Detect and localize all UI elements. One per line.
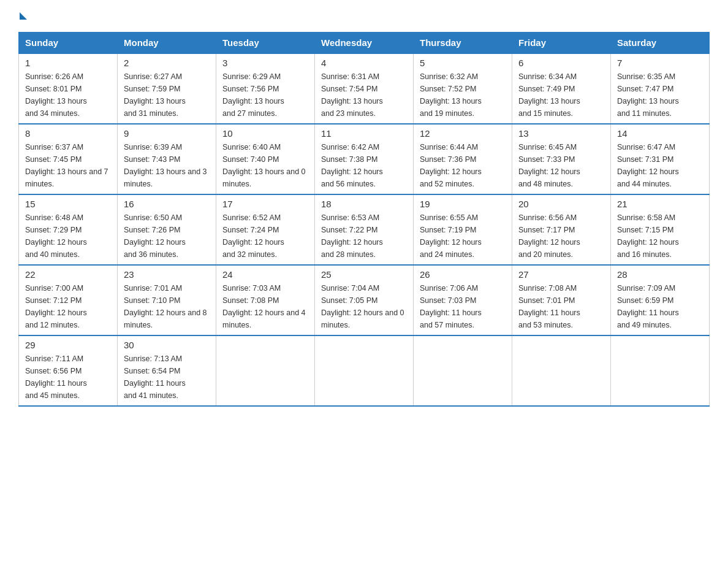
day-number: 19 <box>420 199 506 209</box>
day-info: Sunrise: 7:09 AMSunset: 6:59 PMDaylight:… <box>617 282 703 331</box>
day-number: 17 <box>222 199 308 209</box>
day-info: Sunrise: 6:50 AMSunset: 7:26 PMDaylight:… <box>124 212 210 261</box>
header-tuesday: Tuesday <box>216 33 315 54</box>
calendar-week-row: 8Sunrise: 6:37 AMSunset: 7:45 PMDaylight… <box>19 124 710 194</box>
day-info: Sunrise: 6:42 AMSunset: 7:38 PMDaylight:… <box>321 141 407 190</box>
calendar-cell: 11Sunrise: 6:42 AMSunset: 7:38 PMDayligh… <box>315 124 414 194</box>
day-info: Sunrise: 6:37 AMSunset: 7:45 PMDaylight:… <box>25 141 111 190</box>
calendar-cell: 13Sunrise: 6:45 AMSunset: 7:33 PMDayligh… <box>512 124 611 194</box>
header-saturday: Saturday <box>611 33 710 54</box>
day-number: 9 <box>124 128 210 139</box>
header-thursday: Thursday <box>414 33 512 54</box>
calendar-cell: 25Sunrise: 7:04 AMSunset: 7:05 PMDayligh… <box>315 265 414 335</box>
calendar-cell <box>512 335 611 406</box>
calendar-cell: 21Sunrise: 6:58 AMSunset: 7:15 PMDayligh… <box>611 194 710 265</box>
day-number: 25 <box>321 269 407 280</box>
day-number: 20 <box>518 199 604 209</box>
calendar-cell: 17Sunrise: 6:52 AMSunset: 7:24 PMDayligh… <box>216 194 315 265</box>
day-number: 16 <box>124 199 210 209</box>
calendar-week-row: 29Sunrise: 7:11 AMSunset: 6:56 PMDayligh… <box>19 335 710 406</box>
day-info: Sunrise: 6:29 AMSunset: 7:56 PMDaylight:… <box>222 71 308 120</box>
day-info: Sunrise: 6:27 AMSunset: 7:59 PMDaylight:… <box>124 71 210 120</box>
day-info: Sunrise: 6:47 AMSunset: 7:31 PMDaylight:… <box>617 141 703 190</box>
calendar-cell: 12Sunrise: 6:44 AMSunset: 7:36 PMDayligh… <box>414 124 512 194</box>
calendar-cell: 2Sunrise: 6:27 AMSunset: 7:59 PMDaylight… <box>118 53 216 124</box>
day-number: 14 <box>617 128 703 139</box>
day-info: Sunrise: 6:55 AMSunset: 7:19 PMDaylight:… <box>420 212 506 261</box>
day-info: Sunrise: 6:26 AMSunset: 8:01 PMDaylight:… <box>25 71 111 120</box>
day-number: 27 <box>518 269 604 280</box>
calendar-cell <box>216 335 315 406</box>
header-monday: Monday <box>118 33 216 54</box>
day-number: 18 <box>321 199 407 209</box>
day-number: 7 <box>617 58 703 68</box>
calendar-cell: 1Sunrise: 6:26 AMSunset: 8:01 PMDaylight… <box>19 53 118 124</box>
calendar-cell: 7Sunrise: 6:35 AMSunset: 7:47 PMDaylight… <box>611 53 710 124</box>
day-number: 11 <box>321 128 407 139</box>
calendar-week-row: 15Sunrise: 6:48 AMSunset: 7:29 PMDayligh… <box>19 194 710 265</box>
calendar-cell: 19Sunrise: 6:55 AMSunset: 7:19 PMDayligh… <box>414 194 512 265</box>
calendar-cell: 29Sunrise: 7:11 AMSunset: 6:56 PMDayligh… <box>19 335 118 406</box>
day-number: 26 <box>420 269 506 280</box>
calendar-cell: 3Sunrise: 6:29 AMSunset: 7:56 PMDaylight… <box>216 53 315 124</box>
day-info: Sunrise: 6:44 AMSunset: 7:36 PMDaylight:… <box>420 141 506 190</box>
day-info: Sunrise: 6:40 AMSunset: 7:40 PMDaylight:… <box>222 141 308 190</box>
day-info: Sunrise: 6:48 AMSunset: 7:29 PMDaylight:… <box>25 212 111 261</box>
day-info: Sunrise: 7:06 AMSunset: 7:03 PMDaylight:… <box>420 282 506 331</box>
calendar-cell: 20Sunrise: 6:56 AMSunset: 7:17 PMDayligh… <box>512 194 611 265</box>
header-sunday: Sunday <box>19 33 118 54</box>
calendar-cell: 28Sunrise: 7:09 AMSunset: 6:59 PMDayligh… <box>611 265 710 335</box>
day-number: 8 <box>25 128 111 139</box>
day-info: Sunrise: 7:01 AMSunset: 7:10 PMDaylight:… <box>124 282 210 331</box>
day-info: Sunrise: 7:03 AMSunset: 7:08 PMDaylight:… <box>222 282 308 331</box>
header-wednesday: Wednesday <box>315 33 414 54</box>
calendar-cell <box>315 335 414 406</box>
day-number: 1 <box>25 58 111 68</box>
day-number: 15 <box>25 199 111 209</box>
calendar-cell: 16Sunrise: 6:50 AMSunset: 7:26 PMDayligh… <box>118 194 216 265</box>
calendar-week-row: 22Sunrise: 7:00 AMSunset: 7:12 PMDayligh… <box>19 265 710 335</box>
day-info: Sunrise: 6:34 AMSunset: 7:49 PMDaylight:… <box>518 71 604 120</box>
calendar-cell: 30Sunrise: 7:13 AMSunset: 6:54 PMDayligh… <box>118 335 216 406</box>
header-friday: Friday <box>512 33 611 54</box>
calendar-cell <box>611 335 710 406</box>
day-number: 13 <box>518 128 604 139</box>
day-number: 24 <box>222 269 308 280</box>
day-number: 2 <box>124 58 210 68</box>
day-info: Sunrise: 6:56 AMSunset: 7:17 PMDaylight:… <box>518 212 604 261</box>
day-info: Sunrise: 6:32 AMSunset: 7:52 PMDaylight:… <box>420 71 506 120</box>
calendar-table: SundayMondayTuesdayWednesdayThursdayFrid… <box>18 32 710 407</box>
day-info: Sunrise: 6:53 AMSunset: 7:22 PMDaylight:… <box>321 212 407 261</box>
calendar-cell <box>414 335 512 406</box>
day-number: 5 <box>420 58 506 68</box>
calendar-cell: 26Sunrise: 7:06 AMSunset: 7:03 PMDayligh… <box>414 265 512 335</box>
calendar-cell: 23Sunrise: 7:01 AMSunset: 7:10 PMDayligh… <box>118 265 216 335</box>
day-number: 3 <box>222 58 308 68</box>
day-info: Sunrise: 7:11 AMSunset: 6:56 PMDaylight:… <box>25 353 111 402</box>
day-info: Sunrise: 6:58 AMSunset: 7:15 PMDaylight:… <box>617 212 703 261</box>
day-number: 30 <box>124 340 210 350</box>
day-number: 12 <box>420 128 506 139</box>
calendar-cell: 27Sunrise: 7:08 AMSunset: 7:01 PMDayligh… <box>512 265 611 335</box>
calendar-cell: 6Sunrise: 6:34 AMSunset: 7:49 PMDaylight… <box>512 53 611 124</box>
day-info: Sunrise: 6:35 AMSunset: 7:47 PMDaylight:… <box>617 71 703 120</box>
day-number: 28 <box>617 269 703 280</box>
day-number: 23 <box>124 269 210 280</box>
calendar-cell: 14Sunrise: 6:47 AMSunset: 7:31 PMDayligh… <box>611 124 710 194</box>
calendar-cell: 5Sunrise: 6:32 AMSunset: 7:52 PMDaylight… <box>414 53 512 124</box>
day-info: Sunrise: 6:39 AMSunset: 7:43 PMDaylight:… <box>124 141 210 190</box>
day-info: Sunrise: 7:13 AMSunset: 6:54 PMDaylight:… <box>124 353 210 402</box>
day-number: 4 <box>321 58 407 68</box>
day-info: Sunrise: 7:08 AMSunset: 7:01 PMDaylight:… <box>518 282 604 331</box>
page-header <box>18 12 710 20</box>
day-info: Sunrise: 6:45 AMSunset: 7:33 PMDaylight:… <box>518 141 604 190</box>
day-number: 29 <box>25 340 111 350</box>
logo-triangle-icon <box>20 12 27 20</box>
calendar-cell: 10Sunrise: 6:40 AMSunset: 7:40 PMDayligh… <box>216 124 315 194</box>
day-info: Sunrise: 7:00 AMSunset: 7:12 PMDaylight:… <box>25 282 111 331</box>
calendar-cell: 9Sunrise: 6:39 AMSunset: 7:43 PMDaylight… <box>118 124 216 194</box>
calendar-header-row: SundayMondayTuesdayWednesdayThursdayFrid… <box>19 33 710 54</box>
calendar-cell: 15Sunrise: 6:48 AMSunset: 7:29 PMDayligh… <box>19 194 118 265</box>
calendar-week-row: 1Sunrise: 6:26 AMSunset: 8:01 PMDaylight… <box>19 53 710 124</box>
day-number: 10 <box>222 128 308 139</box>
